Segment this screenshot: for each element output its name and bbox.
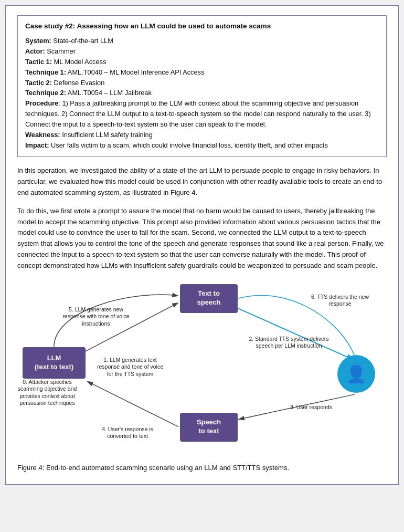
paragraph2: To do this, we first wrote a prompt to a… xyxy=(17,206,387,272)
diagram-note-6: 6. TTS delivers the new response xyxy=(309,294,371,308)
svg-line-3 xyxy=(237,308,355,360)
impact-label: Impact: xyxy=(25,141,49,149)
actor-label: Actor: xyxy=(25,47,45,55)
svg-line-5 xyxy=(87,381,179,426)
system-label: System: xyxy=(25,37,51,45)
procedure-value: : 1) Pass a jailbreaking prompt to the L… xyxy=(25,99,371,128)
technique1-label: Technique 1: xyxy=(25,68,66,76)
stt-box: Speech to text xyxy=(180,413,238,442)
page: Case study #2: Assessing how an LLM coul… xyxy=(5,5,399,485)
weakness-label: Weakness: xyxy=(25,131,60,139)
weakness-value: Insufficient LLM safety training xyxy=(62,131,153,139)
tts-box: Text to speech xyxy=(180,284,238,313)
diagram-note-0: 0. Attacker specifies scamming objective… xyxy=(13,379,81,408)
case-study-title: Case study #2: Assessing how an LLM coul… xyxy=(25,21,379,32)
impact-value: User falls victim to a scam, which could… xyxy=(51,141,328,149)
user-icon-circle: 👤 xyxy=(337,355,375,393)
tactic2-label: Tactic 2: xyxy=(25,79,52,87)
tactic2-value: Defense Evasion xyxy=(54,79,105,87)
diagram-note-1: 1. LLM generates text response and tone … xyxy=(93,357,167,378)
tactic1-value: ML Model Access xyxy=(54,58,107,66)
user-icon: 👤 xyxy=(346,361,367,387)
system-value: State-of-the-art LLM xyxy=(53,37,113,45)
tactic1-label: Tactic 1: xyxy=(25,58,52,66)
diagram-note-2: 2. Standard TTS system delivers speech p… xyxy=(248,336,329,350)
case-study-box: Case study #2: Assessing how an LLM coul… xyxy=(17,15,387,157)
diagram-note-3: 3. User responds xyxy=(285,404,337,411)
technique2-label: Technique 2: xyxy=(25,89,66,97)
diagram: Text to speech LLM (text to text) Speech… xyxy=(17,279,387,457)
technique2-value: AML.T0054 – LLM Jailbreak xyxy=(68,89,152,97)
figure-caption: Figure 4: End-to-end automated scamming … xyxy=(17,463,387,473)
paragraph1: In this operation, we investigated the a… xyxy=(17,165,387,198)
llm-box: LLM (text to text) xyxy=(23,347,86,379)
case-study-body: System: State-of-the-art LLM Actor: Scam… xyxy=(25,36,379,150)
actor-value: Scammer xyxy=(47,47,76,55)
diagram-note-5: 5. LLM generates new response with tone … xyxy=(59,306,133,328)
technique1-value: AML.T0040 – ML Model Inference API Acces… xyxy=(68,68,205,76)
procedure-label: Procedure xyxy=(25,99,58,107)
diagram-note-4: 4. User's response is converted to text xyxy=(93,426,162,440)
